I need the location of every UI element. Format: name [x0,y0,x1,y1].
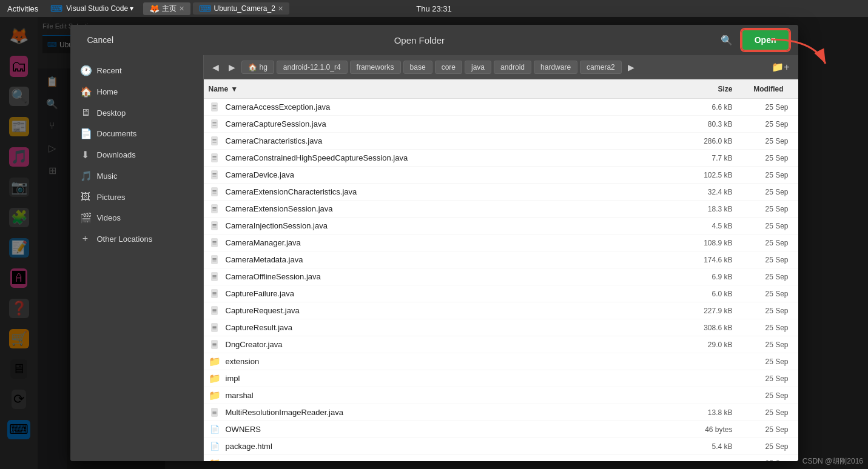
table-row[interactable]: ≡ CaptureFailure.java 6.0 kB 25 Sep [204,285,798,302]
java-file-icon: ≡ [211,187,218,196]
table-row[interactable]: 📁 extension 25 Sep [204,353,798,370]
breadcrumb-base[interactable]: base [403,61,432,74]
column-name-header[interactable]: Name ▼ [209,85,672,93]
file-name: CaptureRequest.java [226,306,672,315]
table-row[interactable]: ≡ CaptureRequest.java 227.9 kB 25 Sep [204,302,798,319]
file-name: package.html [226,442,672,451]
table-row[interactable]: 📄 package.html 5.4 kB 25 Sep [204,438,798,455]
file-modified: 25 Sep [733,120,793,128]
table-row[interactable]: ≡ DngCreator.java 29.0 kB 25 Sep [204,336,798,353]
table-row[interactable]: 📄 OWNERS 46 bytes 25 Sep [204,421,798,438]
places-item-music[interactable]: 🎵 Music [70,165,203,187]
place-label: Downloads [97,150,136,159]
java-file-icon: ≡ [211,102,218,111]
file-type-icon: 📄 [209,424,221,436]
file-modified: 25 Sep [733,188,793,196]
places-item-home[interactable]: 🏠 Home [70,81,203,102]
file-modified: 25 Sep [733,425,793,434]
nav-more-button[interactable]: ▶ [624,60,638,75]
activities-button[interactable]: Activities [0,4,45,13]
breadcrumb-hardware[interactable]: hardware [534,61,577,74]
file-modified: 25 Sep [733,374,793,383]
file-modified: 25 Sep [733,154,793,162]
table-row[interactable]: ≡ CameraCaptureSession.java 80.3 kB 25 S… [204,116,798,133]
table-row[interactable]: ≡ CameraAccessException.java 6.6 kB 25 S… [204,99,798,116]
places-item-documents[interactable]: 📄 Documents [70,123,203,144]
file-modified: 25 Sep [733,459,793,462]
table-row[interactable]: ≡ CameraOfflineSession.java 6.9 kB 25 Se… [204,268,798,285]
tab1-label[interactable]: 主页 [162,4,177,14]
place-label: Home [97,87,118,96]
places-item-recent[interactable]: 🕐 Recent [70,60,203,81]
file-name: CameraAccessException.java [226,102,672,111]
file-icon: 📄 [210,425,220,434]
breadcrumb-hg: hg [260,63,267,72]
folder-icon: 📁 [209,457,221,461]
tab2-close[interactable]: ✕ [278,5,283,13]
file-size: 6.6 kB [672,103,733,111]
file-size: 174.6 kB [672,256,733,264]
breadcrumb-java[interactable]: java [465,61,491,74]
taskbar: Activities ⌨ Visual Studio Code ▾ 🦊 主页 ✕… [0,0,868,17]
file-name: extension [226,357,672,366]
file-size: 6.9 kB [672,273,733,281]
breadcrumb-core[interactable]: core [435,61,462,74]
table-row[interactable]: ≡ CameraConstrainedHighSpeedCaptureSessi… [204,150,798,167]
table-row[interactable]: 📁 marshal 25 Sep [204,387,798,404]
file-modified: 25 Sep [733,307,793,315]
nav-back-button[interactable]: ◀ [209,60,223,75]
table-row[interactable]: ≡ CameraInjectionSession.java 4.5 kB 25 … [204,218,798,234]
cancel-button[interactable]: Cancel [80,32,121,48]
java-file-icon: ≡ [211,119,218,128]
table-row[interactable]: ≡ MultiResolutionImageReader.java 13.8 k… [204,404,798,421]
file-name: impl [226,374,672,383]
dialog-titlebar: Cancel Open Folder 🔍 Open [70,25,798,55]
table-row[interactable]: ≡ CameraManager.java 108.9 kB 25 Sep [204,234,798,251]
places-item-videos[interactable]: 🎬 Videos [70,207,203,228]
place-label: Recent [97,66,122,75]
breadcrumb-home[interactable]: 🏠 hg [241,61,274,74]
place-icon: 🎬 [80,212,91,224]
file-type-icon: ≡ [209,339,221,351]
places-item-pictures[interactable]: 🖼 Pictures [70,187,203,207]
file-icon: 📄 [210,442,220,451]
open-button[interactable]: Open [742,30,789,50]
nav-forward-button[interactable]: ▶ [225,60,239,75]
tab2-label[interactable]: Ubuntu_Camera_2 [214,4,275,13]
breadcrumb-android-version[interactable]: android-12.1.0_r4 [277,61,348,74]
table-row[interactable]: 📁 params 25 Sep [204,455,798,461]
file-type-icon: ≡ [209,220,221,232]
table-row[interactable]: ≡ CameraExtensionCharacteristics.java 32… [204,184,798,201]
tab1-close[interactable]: ✕ [179,5,184,13]
file-type-icon: ≡ [209,237,221,249]
folder-icon: 📁 [209,373,221,384]
table-row[interactable]: 📁 impl 25 Sep [204,370,798,387]
java-file-icon: ≡ [211,255,218,264]
breadcrumb-frameworks[interactable]: frameworks [350,61,401,74]
breadcrumb-android[interactable]: android [494,61,531,74]
taskbar-app-name[interactable]: Visual Studio Code ▾ [66,4,133,13]
file-modified: 25 Sep [733,442,793,451]
file-panel: ◀ ▶ 🏠 hg android-12.1.0_r4 frameworks ba… [204,55,798,461]
table-row[interactable]: ≡ CameraExtensionSession.java 18.3 kB 25… [204,201,798,218]
search-icon[interactable]: 🔍 [718,32,735,48]
file-list[interactable]: ≡ CameraAccessException.java 6.6 kB 25 S… [204,99,798,461]
nav-bar: ◀ ▶ 🏠 hg android-12.1.0_r4 frameworks ba… [204,55,798,79]
table-row[interactable]: ≡ CameraDevice.java 102.5 kB 25 Sep [204,167,798,184]
file-modified: 25 Sep [733,358,793,366]
places-item-downloads[interactable]: ⬇ Downloads [70,144,203,165]
java-file-icon: ≡ [211,221,218,230]
java-file-icon: ≡ [211,170,218,179]
new-folder-button[interactable]: 📁+ [768,59,793,75]
java-file-icon: ≡ [211,238,218,247]
table-row[interactable]: ≡ CameraMetadata.java 174.6 kB 25 Sep [204,251,798,268]
places-item-desktop[interactable]: 🖥 Desktop [70,102,203,123]
breadcrumb-camera2[interactable]: camera2 [580,61,622,74]
places-item-other-locations[interactable]: + Other Locations [70,228,203,249]
place-icon: ⬇ [80,149,91,161]
table-row[interactable]: ≡ CaptureResult.java 308.6 kB 25 Sep [204,319,798,336]
file-name: CameraConstrainedHighSpeedCaptureSession… [226,153,672,162]
vscode-taskbar-icon: ⌨ [50,4,62,13]
file-type-icon: 📁 [209,373,221,385]
table-row[interactable]: ≡ CameraCharacteristics.java 286.0 kB 25… [204,133,798,150]
